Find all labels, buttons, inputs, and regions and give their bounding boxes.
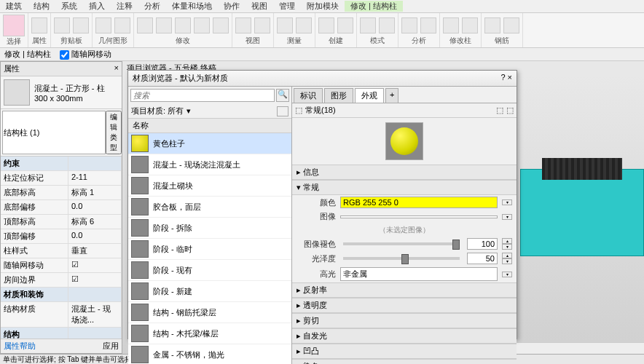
ribbon-button[interactable]	[296, 17, 312, 33]
material-item[interactable]: 阶段 - 临时	[128, 239, 291, 260]
highlight-value[interactable]: 非金属	[340, 267, 498, 281]
spin-up-icon[interactable]: ▴	[502, 253, 512, 258]
ribbon-tab[interactable]: 体量和场地	[166, 1, 218, 12]
ribbon-button[interactable]	[401, 17, 417, 33]
ribbon-tab[interactable]: 注释	[111, 1, 138, 12]
fade-slider[interactable]	[343, 242, 460, 245]
ribbon-button[interactable]	[484, 17, 500, 33]
material-item[interactable]: 结构 - 钢筋托梁层	[128, 302, 291, 323]
ribbon-button[interactable]	[420, 17, 436, 33]
type-selector[interactable]: 混凝土 - 正方形 - 柱 300 x 300mm	[1, 76, 122, 109]
material-search-input[interactable]	[130, 89, 275, 102]
material-item[interactable]: 黄色柱子	[128, 133, 291, 154]
section-info[interactable]: 信息	[292, 165, 517, 180]
fade-value[interactable]: 100	[467, 238, 498, 250]
properties-help-link[interactable]: 属性帮助	[4, 341, 36, 352]
property-row[interactable]: 底部偏移0.0	[1, 200, 122, 215]
edit-type-button[interactable]: 编辑类型	[106, 111, 122, 154]
asset-replace-icon[interactable]: ⬚	[496, 106, 503, 115]
image-menu-icon[interactable]: ▾	[502, 214, 512, 220]
ribbon-button[interactable]	[54, 17, 70, 33]
ribbon-tab[interactable]: 系统	[55, 1, 83, 12]
color-menu-icon[interactable]: ▾	[502, 199, 512, 205]
color-value[interactable]: RGB 255 255 0	[340, 197, 498, 208]
section-剪切[interactable]: 剪切	[292, 313, 517, 328]
property-row[interactable]: 随轴网移动☑	[1, 258, 122, 273]
ribbon-button[interactable]	[114, 17, 130, 33]
ribbon-button[interactable]	[175, 17, 191, 33]
section-透明度[interactable]: 透明度	[292, 298, 517, 313]
property-section-header[interactable]: 材质和装饰	[1, 288, 122, 302]
ribbon-button[interactable]	[503, 17, 519, 33]
list-view-icon[interactable]	[277, 106, 288, 116]
ribbon-button[interactable]	[213, 17, 229, 33]
ribbon-button[interactable]	[443, 17, 459, 33]
property-row[interactable]: 底部标高标高 1	[1, 186, 122, 200]
asset-swap-icon[interactable]: ⬚	[295, 106, 302, 115]
search-icon[interactable]: 🔍	[276, 89, 289, 102]
ribbon-button[interactable]	[337, 17, 353, 33]
section-general[interactable]: 常规	[292, 180, 517, 195]
ribbon-button[interactable]	[3, 15, 25, 36]
ribbon-button[interactable]	[137, 17, 153, 33]
property-section-header[interactable]: 约束	[1, 157, 122, 171]
ribbon-tab[interactable]: 结构	[28, 1, 55, 12]
gloss-value[interactable]: 50	[467, 253, 498, 264]
section-染色[interactable]: 染色	[292, 359, 517, 364]
material-item[interactable]: 阶段 - 现有	[128, 260, 291, 281]
close-icon[interactable]: ×	[114, 63, 119, 74]
material-tab[interactable]: 外观	[355, 88, 384, 103]
ribbon-tab[interactable]: 视图	[246, 1, 273, 12]
material-tab[interactable]: 标识	[294, 88, 323, 103]
ribbon-button[interactable]	[156, 17, 172, 33]
spin-up-icon[interactable]: ▴	[502, 238, 512, 244]
material-item[interactable]: 金属 - 不锈钢，抛光	[128, 344, 291, 364]
ribbon-button[interactable]	[95, 17, 111, 33]
spin-down-icon[interactable]: ▾	[502, 258, 512, 264]
ribbon-button[interactable]	[379, 17, 395, 33]
ribbon-button[interactable]	[194, 17, 210, 33]
add-tab-button[interactable]: +	[385, 88, 398, 103]
ribbon-tab[interactable]: 附加模块	[301, 1, 345, 12]
property-row[interactable]: 房间边界☑	[1, 273, 122, 288]
ribbon-tab[interactable]: 插入	[83, 1, 111, 12]
property-row[interactable]: 柱定位标记2-11	[1, 171, 122, 186]
help-icon[interactable]: ?	[500, 73, 505, 82]
ribbon-tab[interactable]: 建筑	[0, 1, 28, 12]
ribbon-button[interactable]	[277, 17, 293, 33]
property-row[interactable]: 柱样式垂直	[1, 244, 122, 258]
dialog-close-icon[interactable]: ×	[508, 73, 512, 82]
property-row[interactable]: 顶部偏移0.0	[1, 229, 122, 244]
instance-filter[interactable]	[2, 111, 106, 154]
highlight-menu-icon[interactable]: ▾	[502, 272, 512, 277]
material-item[interactable]: 混凝土 - 现场浇注混凝土	[128, 154, 291, 175]
ribbon-button[interactable]	[318, 17, 334, 33]
ribbon-button[interactable]	[360, 17, 376, 33]
material-item[interactable]: 结构 - 木托梁/椽层	[128, 323, 291, 344]
asset-duplicate-icon[interactable]: ⬚	[506, 106, 514, 115]
material-tab[interactable]: 图形	[324, 88, 353, 103]
material-list[interactable]: 名称 黄色柱子混凝土 - 现场浇注混凝土混凝土砌块胶合板，面层阶段 - 拆除阶段…	[128, 119, 291, 364]
ribbon-tab[interactable]: 管理	[273, 1, 301, 12]
material-item[interactable]: 胶合板，面层	[128, 197, 291, 218]
image-value[interactable]	[340, 215, 498, 218]
material-item[interactable]: 阶段 - 新建	[128, 281, 291, 302]
ribbon-button[interactable]	[235, 17, 251, 33]
section-反射率[interactable]: 反射率	[292, 282, 517, 298]
ribbon-tab[interactable]: 分析	[138, 1, 166, 12]
properties-apply-button[interactable]: 应用	[103, 341, 119, 352]
section-凹凸[interactable]: 凹凸	[292, 344, 517, 359]
property-section-header[interactable]: 结构	[1, 328, 122, 339]
ribbon-button[interactable]	[73, 17, 89, 33]
ribbon-button[interactable]	[31, 17, 47, 33]
section-自发光[interactable]: 自发光	[292, 328, 517, 344]
property-row[interactable]: 顶部标高标高 6	[1, 215, 122, 229]
gloss-slider[interactable]	[343, 257, 460, 260]
move-with-grid-checkbox[interactable]: 随轴网移动	[60, 49, 111, 60]
ribbon-tab[interactable]: 修改 | 结构柱	[345, 1, 403, 12]
ribbon-button[interactable]	[254, 17, 270, 33]
material-item[interactable]: 阶段 - 拆除	[128, 218, 291, 239]
ribbon-tab[interactable]: 协作	[218, 1, 246, 12]
ribbon-button[interactable]	[462, 17, 478, 33]
spin-down-icon[interactable]: ▾	[502, 244, 512, 250]
